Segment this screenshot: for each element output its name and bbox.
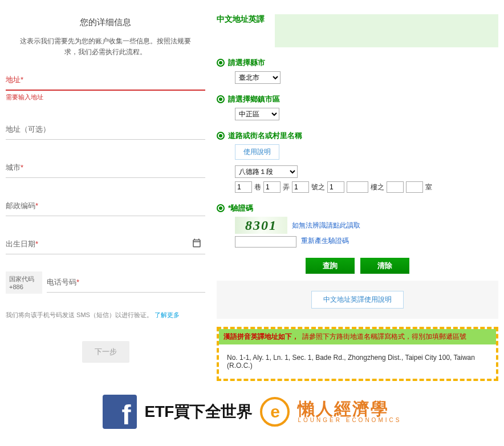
fb-group-name: ETF買下全世界 bbox=[145, 401, 253, 423]
address-field-wrap: 地址* 需要输入地址 bbox=[6, 69, 205, 102]
district-select[interactable]: 中正區 bbox=[235, 108, 279, 120]
number-input[interactable] bbox=[292, 181, 309, 193]
dob-input[interactable]: 出生日期* bbox=[6, 233, 205, 254]
address-translator: 中文地址英譯 請選擇縣市 臺北市 請選擇鄉鎮市區 中正區 道路或街名或村里名稱 … bbox=[211, 11, 504, 387]
facebook-icon[interactable]: f bbox=[103, 395, 137, 429]
footer-logos: f ETF買下全世界 e 懶人經濟學 LOUNGER ECONOMICS bbox=[0, 387, 504, 435]
city-input[interactable]: 城市* bbox=[6, 157, 205, 178]
floor-label: 樓之 bbox=[371, 183, 384, 192]
details-form: 您的详细信息 这表示我们需要先为您的账户收集一些信息。按照法规要求，我们必需执行… bbox=[0, 11, 211, 387]
floor-input[interactable] bbox=[347, 181, 368, 193]
result-header: 漢語拼音英譯地址如下， 請參照下方路街地道名稱譯寫格式，得別加填郵遞區號 bbox=[219, 329, 496, 344]
banner-placeholder bbox=[275, 14, 498, 47]
required-mark: * bbox=[21, 75, 23, 84]
address2-input[interactable]: 地址（可选） bbox=[6, 119, 205, 140]
road-label: 道路或街名或村里名稱 bbox=[217, 131, 498, 141]
form-description: 这表示我们需要先为您的账户收集一些信息。按照法规要求，我们必需执行此流程。 bbox=[6, 36, 205, 58]
form-title: 您的详细信息 bbox=[6, 17, 205, 28]
bullet-icon bbox=[217, 132, 225, 140]
captcha-label: *驗證碼 bbox=[217, 203, 498, 213]
lane-input[interactable] bbox=[235, 181, 252, 193]
subfloor-input[interactable] bbox=[387, 181, 404, 193]
address-input[interactable]: 地址* bbox=[6, 69, 205, 91]
postal-input[interactable]: 邮政编码* bbox=[6, 195, 205, 216]
address-error: 需要输入地址 bbox=[6, 93, 205, 102]
alley-input[interactable] bbox=[263, 181, 281, 193]
result-address: No. 1-1, Aly. 1, Ln. 1, Sec. 1, Bade Rd.… bbox=[219, 344, 496, 379]
guide-button[interactable]: 中文地址英譯使用說明 bbox=[311, 291, 404, 309]
lounger-logo-icon: e bbox=[260, 397, 290, 427]
result-highlight: 漢語拼音英譯地址如下， 請參照下方路街地道名稱譯寫格式，得別加填郵遞區號 No.… bbox=[217, 327, 498, 381]
road-select[interactable]: 八德路１段 bbox=[235, 165, 298, 178]
country-code-box[interactable]: 国家代码 +886 bbox=[6, 271, 42, 294]
county-select[interactable]: 臺北市 bbox=[235, 71, 281, 84]
alley-label: 弄 bbox=[283, 183, 290, 192]
guide-box: 中文地址英譯使用說明 bbox=[217, 281, 498, 319]
phone-input[interactable]: 电话号码* bbox=[47, 271, 205, 293]
bullet-icon bbox=[217, 204, 225, 212]
clear-button[interactable]: 清除 bbox=[360, 258, 409, 274]
captcha-reload-link[interactable]: 如無法辨識請點此讀取 bbox=[292, 220, 360, 231]
next-button[interactable]: 下一步 bbox=[82, 341, 129, 363]
lane-label: 巷 bbox=[254, 183, 261, 192]
captcha-input[interactable] bbox=[235, 236, 296, 248]
district-label: 請選擇鄉鎮市區 bbox=[217, 94, 498, 104]
lounger-logo-text: 懶人經濟學 LOUNGER ECONOMICS bbox=[298, 400, 401, 423]
translator-title: 中文地址英譯 bbox=[217, 14, 265, 25]
room-label: 室 bbox=[425, 183, 432, 192]
captcha-image: 8301 bbox=[235, 217, 287, 234]
sms-note: 我们将向该手机号码发送 SMS（短信）以进行验证。 了解更多 bbox=[6, 311, 205, 319]
subnumber-input[interactable] bbox=[327, 181, 344, 193]
room-input[interactable] bbox=[406, 181, 423, 193]
calendar-icon[interactable] bbox=[192, 238, 202, 248]
captcha-regen-link[interactable]: 重新產生驗證碼 bbox=[301, 235, 349, 246]
learn-more-link[interactable]: 了解更多 bbox=[155, 311, 180, 318]
query-button[interactable]: 查詢 bbox=[306, 258, 355, 274]
bullet-icon bbox=[217, 95, 225, 103]
usage-button[interactable]: 使用說明 bbox=[235, 144, 279, 160]
number-label: 號之 bbox=[311, 183, 325, 192]
county-label: 請選擇縣市 bbox=[217, 58, 498, 68]
bullet-icon bbox=[217, 59, 225, 67]
